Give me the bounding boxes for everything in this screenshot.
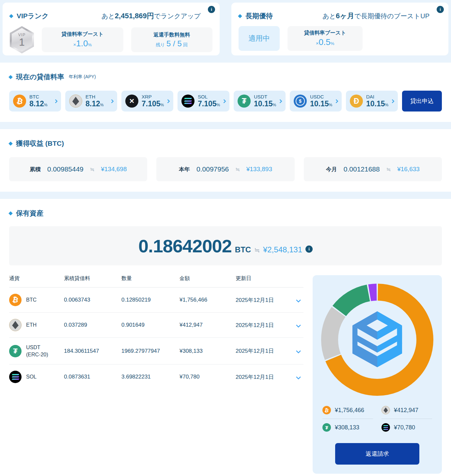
total-holdings-panel: 0.18642002 BTC ≒ ¥2,548,131 i [9, 226, 442, 265]
times-sign: × [73, 42, 76, 47]
chevron-down-icon[interactable] [296, 349, 301, 354]
rate-symbol: XRP [142, 94, 164, 100]
diamond-bullet-icon [8, 75, 13, 79]
chevron-down-icon[interactable] [296, 374, 301, 379]
coin-name: ETH [26, 321, 37, 329]
earnings-jpy-value: ¥133,893 [246, 166, 272, 173]
chevron-right-icon [278, 99, 282, 103]
rate-card-sol[interactable]: SOL 7.105% [178, 91, 229, 112]
fee-free-box: 返還手数料無料 残り 5 / 5 回 [131, 27, 213, 52]
btc-icon: ₿ [13, 95, 26, 108]
return-request-button[interactable]: 返還請求 [335, 443, 419, 465]
col-header-quantity: 数量 [121, 275, 179, 282]
coin-name: USDT(ERC-20) [26, 344, 48, 358]
fee-remaining: 残り 5 / 5 回 [156, 39, 188, 48]
legend-item-btc: ₿ ¥1,756,466 [322, 402, 373, 419]
earnings-jpy-value: ¥16,633 [397, 166, 420, 173]
cell-amount: ¥1,756,466 [179, 297, 236, 303]
rate-card-eth[interactable]: ETH 8.12% [65, 91, 117, 112]
rates-title-text: 現在の貸借料率 [16, 72, 64, 82]
rate-card-btc[interactable]: ₿ BTC 8.12% [9, 91, 61, 112]
rate-card-usdc[interactable]: $ USDC 10.15% [290, 91, 342, 112]
bitlending-logo [321, 284, 433, 396]
holdings-section: 保有資産 0.18642002 BTC ≒ ¥2,548,131 i 通貨 累積… [0, 199, 451, 476]
holdings-table: 通貨 累積貸借料 数量 金額 更新日 ₿ BTC 0.0063743 0.128… [9, 275, 303, 389]
diamond-bullet-icon [8, 141, 13, 146]
longterm-note-suffix: で長期優待のブーストUP [354, 12, 429, 20]
percent-sign: % [329, 103, 333, 107]
legend-item-usdt: ₮ ¥308,133 [322, 419, 373, 436]
vip-rank-card: i VIPランク あと2,451,869円でランクアップ VIP 1 貸借料率ブ… [3, 3, 220, 55]
cell-cumulative-fee: 0.0063743 [64, 297, 121, 303]
info-icon[interactable]: i [437, 6, 444, 13]
longterm-note-months: 6ヶ月 [336, 12, 354, 20]
chevron-right-icon [110, 99, 114, 103]
chevron-right-icon [334, 99, 338, 103]
cell-quantity: 0.901649 [121, 322, 179, 328]
earnings-card-this-year: 本年 0.0097956 ≒ ¥133,893 [156, 157, 294, 181]
cell-amount: ¥412,947 [179, 322, 236, 328]
rankup-note: あと2,451,869円でランクアップ [101, 11, 201, 21]
rate-boost-value: ×0.5% [316, 37, 334, 47]
cell-cumulative-fee: 0.0873631 [64, 374, 121, 380]
rate-boost-value: ×1.0% [73, 38, 92, 49]
chevron-down-icon[interactable] [296, 297, 301, 303]
approx-sign: ≒ [386, 166, 391, 172]
col-header-amount: 金額 [179, 275, 236, 282]
info-icon[interactable]: i [305, 245, 313, 253]
cell-quantity: 1969.27977947 [121, 348, 179, 354]
rate-card-usdt[interactable]: ₮ USDT 10.15% [234, 91, 286, 112]
legend-item-sol: ¥70,780 [381, 419, 432, 436]
top-cards-row: i VIPランク あと2,451,869円でランクアップ VIP 1 貸借料率ブ… [0, 0, 451, 55]
rate-boost-label: 貸借料率ブースト [304, 30, 346, 37]
chart-legend: ₿ ¥1,756,466 ¥412,947 ₮ ¥308,133 ¥70,780 [320, 402, 434, 436]
cell-updated-date: 2025年12月1日 [236, 321, 289, 329]
diamond-bullet-icon [238, 14, 242, 18]
percent-sign: % [44, 103, 48, 107]
rates-section-title: 現在の貸借料率 年利率 (APY) [9, 72, 442, 82]
cell-amount: ¥70,780 [179, 374, 236, 380]
rate-symbol: DAI [366, 94, 388, 100]
rankup-note-prefix: あと [101, 12, 115, 20]
eth-icon [69, 95, 82, 108]
usdt-icon: ₮ [322, 423, 331, 432]
legend-value: ¥70,780 [394, 424, 415, 431]
rate-card-xrp[interactable]: ✕ XRP 7.105% [121, 91, 173, 112]
earnings-label: 今月 [326, 166, 337, 173]
rate-card-dai[interactable]: Ð DAI 10.15% [346, 91, 398, 112]
coin-name: BTC [26, 296, 37, 304]
cell-updated-date: 2025年12月1日 [236, 296, 289, 304]
earnings-card-cumulative: 累積 0.00985449 ≒ ¥134,698 [9, 157, 147, 181]
rate-value: 10.15 [310, 99, 329, 108]
lend-apply-button[interactable]: 貸出申込 [402, 91, 442, 112]
rate-boost-label: 貸借料率ブースト [61, 31, 103, 38]
rate-value: 10.15 [254, 99, 273, 108]
rate-value: 7.105 [142, 99, 161, 108]
longterm-benefit-card: i 長期優待 あと6ヶ月で長期優待のブーストUP 適用中 貸借料率ブースト ×0… [231, 3, 448, 55]
holdings-title-text: 保有資産 [16, 209, 43, 218]
vip-rank-title: VIPランク [10, 11, 49, 21]
diamond-bullet-icon [9, 14, 13, 18]
rate-symbol: ETH [86, 94, 103, 100]
cell-quantity: 3.69822231 [121, 374, 179, 380]
approx-sign: ≒ [235, 166, 240, 172]
col-header-updated: 更新日 [236, 275, 289, 282]
rate-boost-box: 貸借料率ブースト ×1.0% [42, 27, 123, 52]
rate-value: 7.105 [198, 99, 217, 108]
col-header-cumulative-fee: 累積貸借料 [64, 275, 121, 282]
coin-name: SOL [26, 373, 37, 380]
rate-symbol: USDC [310, 94, 332, 100]
total-jpy-value: ¥2,548,131 [263, 245, 302, 254]
earnings-btc-value: 0.00121688 [344, 165, 380, 173]
btc-icon: ₿ [322, 406, 331, 414]
usdt-icon: ₮ [238, 95, 251, 108]
cell-updated-date: 2025年12月1日 [236, 347, 289, 355]
legend-value: ¥1,756,466 [335, 407, 364, 414]
holdings-donut-chart [321, 284, 433, 396]
earnings-btc-value: 0.00985449 [47, 165, 84, 173]
info-icon[interactable]: i [208, 6, 215, 13]
approx-sign: ≒ [90, 166, 94, 172]
longterm-title-text: 長期優待 [245, 11, 273, 21]
chevron-down-icon[interactable] [296, 322, 301, 328]
earnings-section: 獲得収益 (BTC) 累積 0.00985449 ≒ ¥134,698 本年 0… [0, 129, 451, 192]
